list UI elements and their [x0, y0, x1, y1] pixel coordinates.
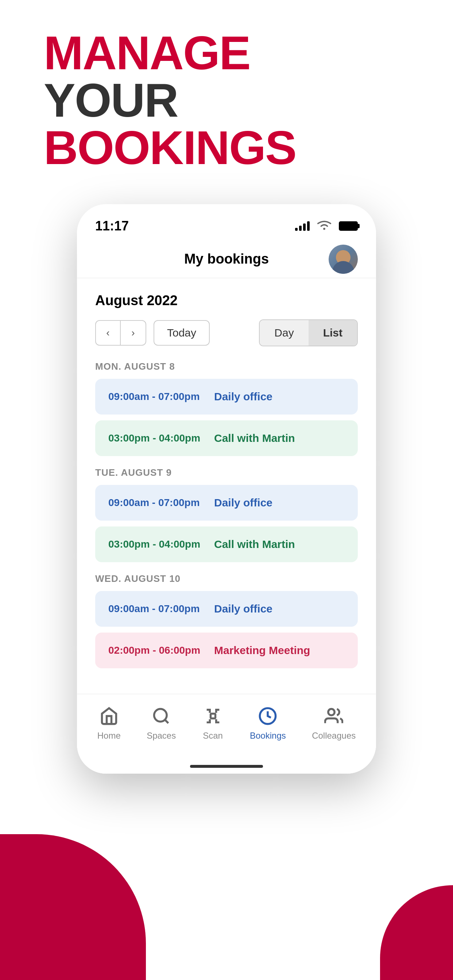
next-button[interactable]: ›	[121, 320, 146, 345]
home-icon	[98, 705, 120, 727]
days-container: MON. AUGUST 809:00am - 07:00pmDaily offi…	[95, 361, 358, 668]
day-label: TUE. AUGUST 9	[95, 467, 358, 478]
app-header: My bookings	[77, 244, 376, 278]
background-bottom-left	[0, 834, 146, 980]
booking-time: 09:00am - 07:00pm	[108, 497, 214, 509]
nav-item-home[interactable]: Home	[97, 705, 121, 741]
booking-item[interactable]: 03:00pm - 04:00pmCall with Martin	[95, 420, 358, 456]
hero-line3: BOOKINGS	[44, 124, 296, 171]
status-bar: 11:17	[77, 204, 376, 244]
booking-time: 02:00pm - 06:00pm	[108, 644, 214, 656]
day-label: WED. AUGUST 10	[95, 573, 358, 584]
svg-point-4	[328, 709, 335, 715]
home-bar	[190, 765, 263, 768]
booking-item[interactable]: 02:00pm - 06:00pmMarketing Meeting	[95, 633, 358, 668]
booking-item[interactable]: 03:00pm - 04:00pmCall with Martin	[95, 527, 358, 562]
nav-left: ‹ › Today	[95, 320, 210, 345]
app-title: My bookings	[184, 251, 269, 267]
booking-name: Daily office	[214, 603, 273, 615]
bookings-icon	[257, 705, 279, 727]
day-label: MON. AUGUST 8	[95, 361, 358, 372]
status-icons	[295, 215, 358, 237]
wifi-icon	[315, 215, 334, 237]
view-toggle: Day List	[259, 320, 358, 346]
nav-item-scan[interactable]: Scan	[202, 705, 224, 741]
nav-item-bookings[interactable]: Bookings	[250, 705, 286, 741]
nav-label-home: Home	[97, 730, 121, 741]
phone-wrapper: 11:17 My booki	[77, 204, 376, 774]
day-section: MON. AUGUST 809:00am - 07:00pmDaily offi…	[95, 361, 358, 456]
svg-point-0	[154, 709, 167, 722]
bottom-nav: HomeSpacesScanBookingsColleagues	[77, 694, 376, 759]
booking-item[interactable]: 09:00am - 07:00pmDaily office	[95, 379, 358, 415]
signal-icon	[295, 221, 309, 231]
hero-text: MANAGE YOUR BOOKINGS	[44, 29, 296, 171]
spaces-icon	[150, 705, 172, 727]
booking-time: 03:00pm - 04:00pm	[108, 538, 214, 550]
day-section: WED. AUGUST 1009:00am - 07:00pmDaily off…	[95, 573, 358, 668]
booking-item[interactable]: 09:00am - 07:00pmDaily office	[95, 485, 358, 520]
svg-line-1	[165, 720, 168, 723]
nav-label-spaces: Spaces	[147, 730, 176, 741]
nav-label-colleagues: Colleagues	[312, 730, 356, 741]
prev-button[interactable]: ‹	[95, 320, 121, 345]
nav-controls: ‹ › Today Day List	[95, 320, 358, 346]
colleagues-icon	[323, 705, 345, 727]
booking-name: Marketing Meeting	[214, 644, 310, 657]
list-view-button[interactable]: List	[309, 320, 357, 345]
background-bottom-right	[380, 885, 453, 980]
app-content: August 2022 ‹ › Today Day List MON. AUGU…	[77, 278, 376, 694]
booking-name: Call with Martin	[214, 538, 295, 550]
booking-time: 09:00am - 07:00pm	[108, 603, 214, 615]
today-button[interactable]: Today	[153, 320, 210, 345]
booking-name: Daily office	[214, 496, 273, 509]
hero-line2: YOUR	[44, 76, 296, 124]
nav-item-spaces[interactable]: Spaces	[147, 705, 176, 741]
booking-name: Daily office	[214, 390, 273, 403]
hero-line1: MANAGE	[44, 29, 296, 76]
status-time: 11:17	[95, 218, 129, 234]
booking-time: 09:00am - 07:00pm	[108, 391, 214, 402]
svg-rect-2	[211, 714, 215, 719]
nav-label-scan: Scan	[203, 730, 223, 741]
battery-icon	[339, 221, 358, 231]
day-view-button[interactable]: Day	[260, 320, 308, 345]
avatar[interactable]	[329, 245, 358, 274]
scan-icon	[202, 705, 224, 727]
nav-label-bookings: Bookings	[250, 730, 286, 741]
phone: 11:17 My booki	[77, 204, 376, 774]
nav-item-colleagues[interactable]: Colleagues	[312, 705, 356, 741]
booking-item[interactable]: 09:00am - 07:00pmDaily office	[95, 591, 358, 627]
booking-time: 03:00pm - 04:00pm	[108, 433, 214, 444]
day-section: TUE. AUGUST 909:00am - 07:00pmDaily offi…	[95, 467, 358, 562]
home-indicator	[77, 759, 376, 774]
booking-name: Call with Martin	[214, 432, 295, 444]
month-title: August 2022	[95, 293, 358, 309]
